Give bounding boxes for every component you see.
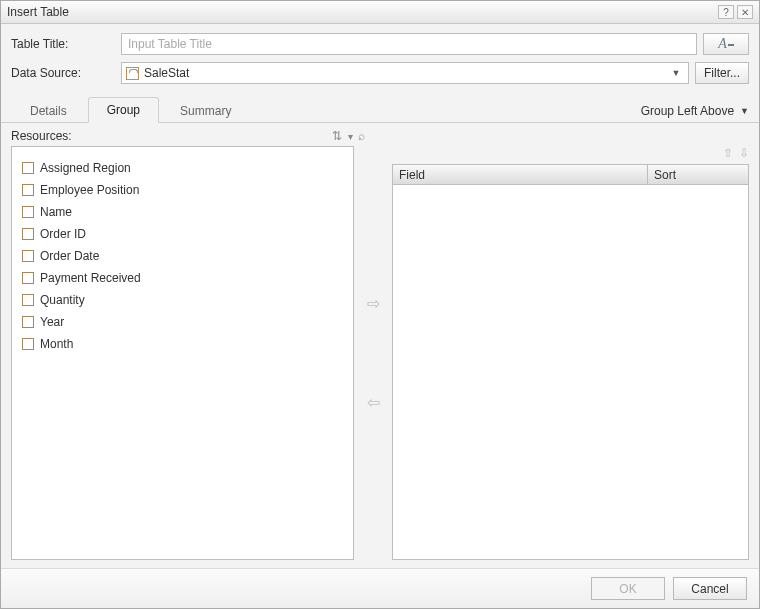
resource-label: Year bbox=[40, 315, 64, 329]
tab-summary[interactable]: Summary bbox=[161, 98, 250, 123]
chevron-down-icon: ▼ bbox=[740, 106, 749, 116]
right-wrap: ⇧ ⇩ Field Sort bbox=[392, 146, 749, 560]
font-style-button[interactable]: A bbox=[703, 33, 749, 55]
resources-label: Resources: bbox=[11, 129, 354, 143]
selected-fields-grid: Field Sort bbox=[392, 164, 749, 560]
window-title: Insert Table bbox=[7, 5, 715, 19]
help-button[interactable]: ? bbox=[718, 5, 734, 19]
grid-header: Field Sort bbox=[393, 165, 748, 185]
resource-label: Order ID bbox=[40, 227, 86, 241]
resource-item[interactable]: Employee Position bbox=[22, 179, 343, 201]
cancel-button[interactable]: Cancel bbox=[673, 577, 747, 600]
checkbox-icon[interactable] bbox=[22, 338, 34, 350]
resource-item[interactable]: Order ID bbox=[22, 223, 343, 245]
checkbox-icon[interactable] bbox=[22, 184, 34, 196]
sort-toggle-icon[interactable]: ⇅ bbox=[332, 129, 342, 143]
move-down-icon[interactable]: ⇩ bbox=[739, 146, 749, 162]
ok-button[interactable]: OK bbox=[591, 577, 665, 600]
resource-item[interactable]: Name bbox=[22, 201, 343, 223]
column-header-field[interactable]: Field bbox=[393, 165, 648, 184]
resource-label: Employee Position bbox=[40, 183, 139, 197]
reorder-controls: ⇧ ⇩ bbox=[392, 146, 749, 162]
form-area: Table Title: A Data Source: SaleStat ▼ F… bbox=[1, 24, 759, 95]
resources-list: Assigned Region Employee Position Name O… bbox=[11, 146, 354, 560]
resource-item[interactable]: Year bbox=[22, 311, 343, 333]
checkbox-icon[interactable] bbox=[22, 294, 34, 306]
remove-arrow-left-icon[interactable]: ⇦ bbox=[367, 393, 380, 412]
chevron-down-icon: ▼ bbox=[668, 68, 684, 78]
content: Resources: ⇅ ▾ ⌕ Assigned Region Employe… bbox=[1, 123, 759, 568]
insert-table-dialog: Insert Table ? ✕ Table Title: A Data Sou… bbox=[0, 0, 760, 609]
collapse-icon[interactable]: ▾ bbox=[348, 131, 353, 142]
table-title-label: Table Title: bbox=[11, 37, 121, 51]
transfer-controls: ⇨ ⇦ bbox=[354, 146, 392, 560]
filter-button[interactable]: Filter... bbox=[695, 62, 749, 84]
checkbox-icon[interactable] bbox=[22, 250, 34, 262]
checkbox-icon[interactable] bbox=[22, 206, 34, 218]
resource-item[interactable]: Payment Received bbox=[22, 267, 343, 289]
resource-label: Quantity bbox=[40, 293, 85, 307]
titlebar: Insert Table ? ✕ bbox=[1, 1, 759, 24]
resource-item[interactable]: Order Date bbox=[22, 245, 343, 267]
data-source-combo[interactable]: SaleStat ▼ bbox=[121, 62, 689, 84]
resource-item[interactable]: Assigned Region bbox=[22, 157, 343, 179]
close-button[interactable]: ✕ bbox=[737, 5, 753, 19]
move-up-icon[interactable]: ⇧ bbox=[723, 146, 733, 162]
checkbox-icon[interactable] bbox=[22, 228, 34, 240]
resource-item[interactable]: Month bbox=[22, 333, 343, 355]
panels: Assigned Region Employee Position Name O… bbox=[11, 146, 749, 560]
data-source-row: Data Source: SaleStat ▼ Filter... bbox=[11, 62, 749, 84]
tabs: Details Group Summary Group Left Above ▼ bbox=[1, 95, 759, 123]
table-title-input[interactable] bbox=[121, 33, 697, 55]
resource-label: Assigned Region bbox=[40, 161, 131, 175]
search-icon[interactable]: ⌕ bbox=[358, 129, 365, 143]
group-mode-dropdown[interactable]: Group Left Above ▼ bbox=[641, 104, 749, 122]
tab-group[interactable]: Group bbox=[88, 97, 159, 123]
resource-label: Month bbox=[40, 337, 73, 351]
checkbox-icon[interactable] bbox=[22, 272, 34, 284]
add-arrow-right-icon[interactable]: ⇨ bbox=[367, 294, 380, 313]
checkbox-icon[interactable] bbox=[22, 162, 34, 174]
column-header-sort[interactable]: Sort bbox=[648, 165, 748, 184]
checkbox-icon[interactable] bbox=[22, 316, 34, 328]
group-mode-label: Group Left Above bbox=[641, 104, 734, 118]
dataset-icon bbox=[126, 67, 139, 80]
font-icon: A bbox=[718, 36, 727, 52]
data-source-value: SaleStat bbox=[144, 66, 668, 80]
resource-label: Payment Received bbox=[40, 271, 141, 285]
tab-details[interactable]: Details bbox=[11, 98, 86, 123]
footer: OK Cancel bbox=[1, 568, 759, 608]
resources-header: Resources: ⇅ ▾ ⌕ bbox=[11, 129, 749, 143]
resource-label: Order Date bbox=[40, 249, 99, 263]
resource-label: Name bbox=[40, 205, 72, 219]
data-source-label: Data Source: bbox=[11, 66, 121, 80]
table-title-row: Table Title: A bbox=[11, 33, 749, 55]
resource-item[interactable]: Quantity bbox=[22, 289, 343, 311]
